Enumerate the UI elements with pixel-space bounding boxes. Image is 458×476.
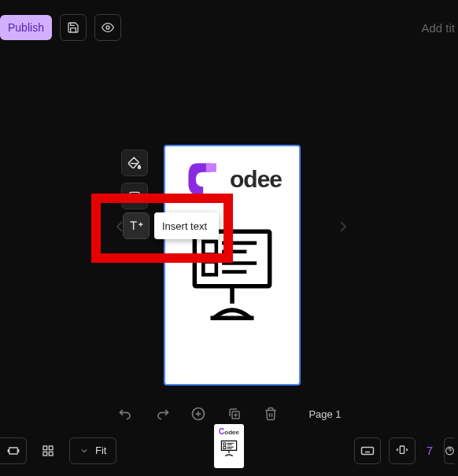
eye-icon [102,21,114,34]
svg-point-2 [131,194,133,196]
logo-mark-icon [183,157,227,201]
svg-rect-3 [206,163,216,172]
page-controls: Page 1 [0,404,458,423]
save-icon [67,21,79,34]
presentation-graphic [189,225,275,327]
svg-rect-29 [49,446,53,450]
svg-point-0 [106,26,109,29]
add-page-button[interactable] [189,404,208,423]
slides-icon [7,445,20,457]
preview-button[interactable] [94,14,121,41]
grid-view-button[interactable] [35,437,61,464]
svg-rect-32 [361,447,373,454]
undo-button[interactable] [116,404,135,423]
title-input[interactable]: Add tit [421,21,458,35]
canvas-area: odee Insert text [0,55,458,401]
help-icon [445,445,455,457]
image-icon [128,190,141,202]
text-plus-icon [128,219,144,233]
keyboard-button[interactable] [354,437,381,464]
slides-view-button[interactable] [0,437,27,464]
delete-page-button[interactable] [261,404,280,423]
next-page-arrow[interactable] [334,217,356,239]
paint-bucket-icon [127,156,142,170]
svg-rect-38 [400,446,404,453]
redo-icon [154,406,170,422]
svg-rect-27 [9,448,17,454]
zoom-label: Fit [95,445,106,456]
plus-circle-icon [190,406,206,422]
zoom-dropdown[interactable]: Fit [69,437,116,464]
logo-text: odee [230,166,282,193]
device-button[interactable] [389,437,416,464]
svg-rect-8 [203,262,216,275]
undo-icon [118,406,134,422]
help-button[interactable] [444,437,455,464]
svg-rect-30 [43,452,47,456]
save-button[interactable] [60,14,87,41]
page-indicator: Page 1 [308,408,341,420]
logo: odee [183,157,282,201]
publish-button[interactable]: Publish [0,15,52,40]
keyboard-icon [360,445,375,456]
fill-tool-button[interactable] [121,149,148,176]
chevron-down-icon [79,446,89,456]
trash-icon [264,407,278,421]
duplicate-icon [227,407,242,421]
svg-rect-28 [43,446,47,450]
chevron-right-icon [334,217,353,236]
page-count[interactable]: 7 [423,444,436,457]
page-canvas[interactable]: odee [164,145,301,386]
grid-icon [42,445,54,457]
insert-text-tooltip: Insert text [154,212,219,239]
duplicate-page-button[interactable] [225,404,244,423]
svg-rect-31 [49,452,53,456]
svg-rect-5 [203,242,216,255]
insert-text-button[interactable] [123,212,150,239]
redo-button[interactable] [153,404,172,423]
svg-rect-4 [194,231,269,286]
device-icon [396,445,408,457]
image-tool-button[interactable] [121,183,148,209]
